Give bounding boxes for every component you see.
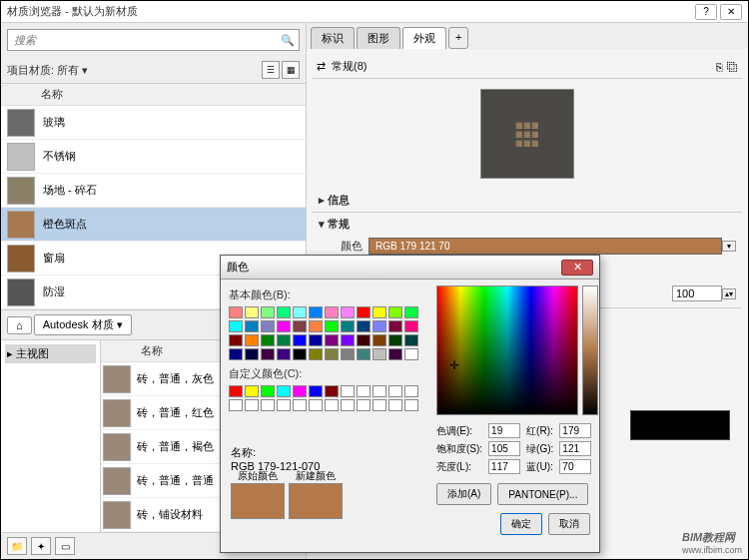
section-info[interactable]: ▸ 信息 <box>319 193 736 208</box>
search-input[interactable] <box>8 30 277 50</box>
material-item[interactable]: 场地 - 碎石 <box>1 174 306 208</box>
basic-color-cell[interactable] <box>229 320 243 332</box>
custom-color-cell[interactable] <box>277 385 291 397</box>
cancel-button[interactable]: 取消 <box>548 513 590 535</box>
help-button[interactable]: ? <box>695 4 717 20</box>
lum-input[interactable] <box>488 459 520 474</box>
hue-input[interactable] <box>488 423 520 438</box>
basic-color-cell[interactable] <box>245 306 259 318</box>
basic-color-cell[interactable] <box>341 306 355 318</box>
basic-color-cell[interactable] <box>261 348 275 360</box>
custom-color-cell[interactable] <box>293 399 307 411</box>
custom-color-cell[interactable] <box>325 385 339 397</box>
basic-color-cell[interactable] <box>309 306 323 318</box>
color-value[interactable]: RGB 179 121 70 <box>369 238 722 255</box>
duplicate-icon[interactable]: ⎘ <box>716 61 723 73</box>
basic-color-cell[interactable] <box>388 334 402 346</box>
custom-color-cell[interactable] <box>373 385 386 397</box>
basic-color-cell[interactable] <box>277 320 291 332</box>
material-item[interactable]: 玻璃 <box>1 106 306 140</box>
basic-color-cell[interactable] <box>404 320 418 332</box>
custom-color-cell[interactable] <box>357 399 371 411</box>
basic-color-cell[interactable] <box>373 334 386 346</box>
basic-color-cell[interactable] <box>357 334 371 346</box>
basic-color-cell[interactable] <box>325 320 339 332</box>
basic-color-cell[interactable] <box>309 334 323 346</box>
basic-color-cell[interactable] <box>404 334 418 346</box>
basic-color-cell[interactable] <box>341 334 355 346</box>
basic-color-cell[interactable] <box>325 306 339 318</box>
custom-color-cell[interactable] <box>277 399 291 411</box>
basic-color-cell[interactable] <box>277 348 291 360</box>
custom-color-cell[interactable] <box>309 399 323 411</box>
custom-color-cell[interactable] <box>341 385 355 397</box>
custom-color-cell[interactable] <box>325 399 339 411</box>
project-filter[interactable]: 项目材质: 所有 ▾ <box>7 63 260 78</box>
basic-color-cell[interactable] <box>325 334 339 346</box>
tab-appearance[interactable]: 外观 <box>402 27 446 49</box>
custom-color-cell[interactable] <box>388 399 402 411</box>
basic-color-cell[interactable] <box>261 306 275 318</box>
basic-color-cell[interactable] <box>293 334 307 346</box>
basic-color-cell[interactable] <box>373 306 386 318</box>
color-gradient[interactable]: ✛ <box>436 285 578 415</box>
color-dropdown[interactable]: ▾ <box>722 241 736 252</box>
section-normal[interactable]: ▾ 常规 <box>319 217 736 232</box>
custom-color-cell[interactable] <box>357 385 371 397</box>
basic-color-cell[interactable] <box>309 348 323 360</box>
add-color-button[interactable]: 添加(A) <box>436 483 491 505</box>
basic-color-cell[interactable] <box>245 348 259 360</box>
basic-color-cell[interactable] <box>388 306 402 318</box>
red-input[interactable] <box>559 423 591 438</box>
tab-add-button[interactable]: + <box>448 27 468 49</box>
library-crumb[interactable]: Autodesk 材质 ▾ <box>34 314 132 335</box>
new-button[interactable]: ✦ <box>31 537 51 555</box>
custom-color-cell[interactable] <box>404 399 418 411</box>
basic-color-cell[interactable] <box>357 348 371 360</box>
basic-color-cell[interactable] <box>229 334 243 346</box>
basic-color-cell[interactable] <box>388 348 402 360</box>
dialog-close-button[interactable]: ✕ <box>561 260 593 276</box>
basic-color-cell[interactable] <box>245 334 259 346</box>
close-button[interactable]: ✕ <box>720 4 742 20</box>
basic-color-cell[interactable] <box>277 306 291 318</box>
open-button[interactable]: 📁 <box>7 537 27 555</box>
custom-color-cell[interactable] <box>245 385 259 397</box>
basic-color-cell[interactable] <box>277 334 291 346</box>
list-button[interactable]: ▭ <box>55 537 75 555</box>
swap-icon[interactable]: ⇄ <box>317 60 326 73</box>
view-grid-button[interactable]: ▦ <box>282 61 300 79</box>
custom-color-cell[interactable] <box>388 385 402 397</box>
custom-color-cell[interactable] <box>229 399 243 411</box>
basic-color-cell[interactable] <box>245 320 259 332</box>
custom-color-cell[interactable] <box>309 385 323 397</box>
basic-color-cell[interactable] <box>388 320 402 332</box>
value-slider[interactable] <box>582 285 598 415</box>
basic-color-cell[interactable] <box>261 334 275 346</box>
custom-color-cell[interactable] <box>373 399 386 411</box>
basic-color-cell[interactable] <box>261 320 275 332</box>
home-crumb[interactable]: ⌂ <box>7 316 32 334</box>
view-list-button[interactable]: ☰ <box>262 61 280 79</box>
green-input[interactable] <box>559 441 591 456</box>
sat-input[interactable] <box>488 441 520 456</box>
custom-color-cell[interactable] <box>245 399 259 411</box>
blue-input[interactable] <box>559 459 591 474</box>
pantone-button[interactable]: PANTONE(P)... <box>497 483 588 505</box>
tab-graphics[interactable]: 图形 <box>357 27 400 49</box>
copy-icon[interactable]: ⿻ <box>727 61 738 73</box>
custom-color-cell[interactable] <box>404 385 418 397</box>
basic-color-cell[interactable] <box>229 348 243 360</box>
basic-color-cell[interactable] <box>373 320 386 332</box>
basic-color-cell[interactable] <box>341 320 355 332</box>
custom-color-cell[interactable] <box>229 385 243 397</box>
tree-node-main[interactable]: ▸ 主视图 <box>5 344 96 363</box>
basic-color-cell[interactable] <box>309 320 323 332</box>
basic-color-cell[interactable] <box>325 348 339 360</box>
basic-color-cell[interactable] <box>404 306 418 318</box>
basic-color-cell[interactable] <box>293 306 307 318</box>
custom-color-cell[interactable] <box>261 385 275 397</box>
spinner[interactable]: ▴▾ <box>722 288 736 299</box>
basic-color-cell[interactable] <box>357 306 371 318</box>
tab-identity[interactable]: 标识 <box>311 27 355 49</box>
